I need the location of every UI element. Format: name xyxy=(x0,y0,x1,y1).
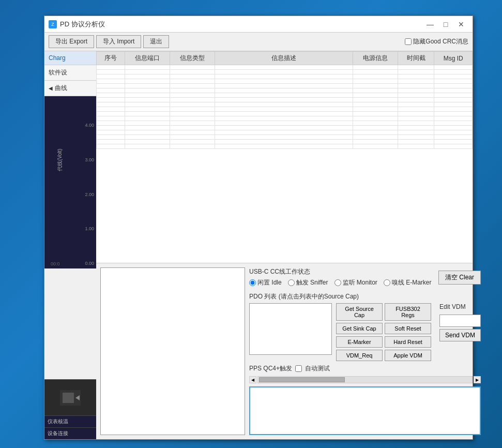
pdo-section: PDO 列表 (请点击列表中的Source Cap) Get Source Ca… xyxy=(249,292,481,361)
right-controls: USB-C CC线工作状态 闲置 Idle 触发 Sniffer xyxy=(249,267,481,435)
scroll-right-arrow[interactable]: ▶ xyxy=(474,376,481,383)
table-row xyxy=(97,65,473,70)
window-title: PD 协议分析仪 xyxy=(60,20,105,29)
table-row xyxy=(97,112,473,116)
apple-vdm-button[interactable]: Apple VDM xyxy=(385,350,431,361)
table-row xyxy=(97,121,473,126)
minimize-button[interactable]: — xyxy=(423,19,437,30)
col-header-seq: 序号 xyxy=(97,52,125,65)
exit-button[interactable]: 退出 xyxy=(143,35,169,48)
clear-button[interactable]: 清空 Clear xyxy=(438,271,481,285)
hide-crc-label[interactable]: 隐藏Good CRC消息 xyxy=(405,37,468,46)
pps-label: PPS QC4+触发 xyxy=(249,364,292,373)
sidebar-item-software[interactable]: 软件设 xyxy=(44,65,96,81)
send-vdm-button[interactable]: Send VDM xyxy=(439,329,481,341)
sidebar-item-charge[interactable]: Charg xyxy=(44,51,96,65)
table-row xyxy=(97,144,473,149)
radio-sniffer[interactable]: 触发 Sniffer xyxy=(288,278,328,287)
table-row xyxy=(97,130,473,135)
video-thumbnail xyxy=(44,379,96,415)
x-axis-label: 00:0 xyxy=(51,261,60,266)
radio-emarker[interactable]: 嗅线 E-Marker xyxy=(384,278,432,287)
import-button[interactable]: 导入 Import xyxy=(96,35,141,48)
pdo-btn-row-4: VDM_Req Apple VDM xyxy=(336,350,431,361)
table-row xyxy=(97,93,473,98)
hide-crc-checkbox[interactable] xyxy=(405,38,412,45)
pdo-btn-row-1: Get Source Cap FUSB302 Regs xyxy=(336,303,431,321)
scrollbar-container: ◀ ▶ xyxy=(249,376,481,383)
sidebar-item-curve[interactable]: ◀ 曲线 xyxy=(44,81,96,96)
soft-reset-button[interactable]: Soft Reset xyxy=(385,323,431,334)
get-sink-cap-button[interactable]: Get Sink Cap xyxy=(336,323,383,334)
text-output[interactable] xyxy=(249,386,481,435)
bottom-panel: USB-C CC线工作状态 闲置 Idle 触发 Sniffer xyxy=(96,263,473,439)
table-row xyxy=(97,79,473,84)
close-button[interactable]: ✕ xyxy=(454,19,468,30)
vdm-req-button[interactable]: VDM_Req xyxy=(336,350,383,361)
data-table: 序号 信息端口 信息类型 信息描述 电源信息 时间截 Msg ID xyxy=(96,51,473,149)
table-row xyxy=(97,126,473,130)
radio-monitor-input[interactable] xyxy=(334,279,341,286)
hard-reset-button[interactable]: Hard Reset xyxy=(385,336,431,348)
pdo-title: PDO 列表 (请点击列表中的Source Cap) xyxy=(249,292,481,301)
col-header-power: 电源信息 xyxy=(353,52,398,65)
col-header-msgid: Msg ID xyxy=(434,52,473,65)
table-row xyxy=(97,70,473,74)
table-row xyxy=(97,140,473,144)
table-row xyxy=(97,135,473,140)
export-button[interactable]: 导出 Export xyxy=(49,35,94,48)
col-header-port: 信息端口 xyxy=(125,52,170,65)
table-row xyxy=(97,116,473,121)
get-source-cap-button[interactable]: Get Source Cap xyxy=(336,303,383,321)
table-row xyxy=(97,74,473,79)
preview-box xyxy=(100,267,245,435)
table-row xyxy=(97,84,473,88)
y-axis-title: 代线(Volt) xyxy=(56,148,64,171)
main-window: Z PD 协议分析仪 — □ ✕ 导出 Export 导入 Import 退出 … xyxy=(44,16,473,440)
sidebar-item-device[interactable]: 设备连接 xyxy=(44,427,96,439)
e-marker-button[interactable]: E-Marker xyxy=(336,336,383,348)
vdm-input[interactable] xyxy=(439,315,481,327)
svg-rect-1 xyxy=(63,393,74,403)
main-panel: 序号 信息端口 信息类型 信息描述 电源信息 时间截 Msg ID xyxy=(96,51,473,439)
pdo-btn-row-2: Get Sink Cap Soft Reset xyxy=(336,323,431,334)
scrollbar-track[interactable] xyxy=(257,376,473,383)
app-icon: Z xyxy=(49,20,57,28)
radio-monitor[interactable]: 监听 Monitor xyxy=(334,278,377,287)
col-header-desc: 信息描述 xyxy=(215,52,353,65)
fusb302-regs-button[interactable]: FUSB302 Regs xyxy=(385,303,431,321)
pdo-btn-row-3: E-Marker Hard Reset xyxy=(336,336,431,348)
table-row xyxy=(97,102,473,107)
pdo-full: Get Source Cap FUSB302 Regs Get Sink Cap… xyxy=(249,303,481,361)
cc-status-title: USB-C CC线工作状态 xyxy=(249,267,432,276)
scrollbar-thumb[interactable] xyxy=(259,377,345,382)
auto-test-checkbox[interactable] xyxy=(295,365,302,372)
radio-group: 闲置 Idle 触发 Sniffer 监听 Monitor xyxy=(249,278,432,287)
sidebar-top: Charg 软件设 ◀ 曲线 xyxy=(44,51,96,96)
title-bar: Z PD 协议分析仪 — □ ✕ xyxy=(44,16,473,33)
pps-section: PPS QC4+触发 自动测试 xyxy=(249,364,481,373)
table-body xyxy=(97,65,473,149)
table-row xyxy=(97,107,473,112)
data-table-container: 序号 信息端口 信息类型 信息描述 电源信息 时间截 Msg ID xyxy=(96,51,473,263)
pdo-buttons: Get Source Cap FUSB302 Regs Get Sink Cap… xyxy=(336,303,431,361)
restore-button[interactable]: □ xyxy=(438,19,453,30)
radio-idle-input[interactable] xyxy=(249,279,256,286)
radio-idle[interactable]: 闲置 Idle xyxy=(249,278,282,287)
radio-emarker-input[interactable] xyxy=(384,279,390,286)
table-row xyxy=(97,88,473,93)
col-header-type: 信息类型 xyxy=(170,52,215,65)
sidebar-item-instrument[interactable]: 仪表核温 xyxy=(44,415,96,427)
auto-test-label: 自动测试 xyxy=(305,364,330,373)
edit-vdm-section: Edit VDM Send VDM xyxy=(439,303,481,361)
toolbar: 导出 Export 导入 Import 退出 隐藏Good CRC消息 xyxy=(44,33,473,51)
radio-sniffer-input[interactable] xyxy=(288,279,295,286)
col-header-time: 时间截 xyxy=(398,52,434,65)
pdo-list xyxy=(249,303,332,355)
table-row xyxy=(97,98,473,102)
cc-status-section: USB-C CC线工作状态 闲置 Idle 触发 Sniffer xyxy=(249,267,481,287)
title-controls: — □ ✕ xyxy=(423,19,468,30)
edit-vdm-label: Edit VDM xyxy=(439,303,481,310)
scroll-left-arrow[interactable]: ◀ xyxy=(249,376,256,383)
sidebar-bottom: 仪表核温 设备连接 xyxy=(44,379,96,439)
